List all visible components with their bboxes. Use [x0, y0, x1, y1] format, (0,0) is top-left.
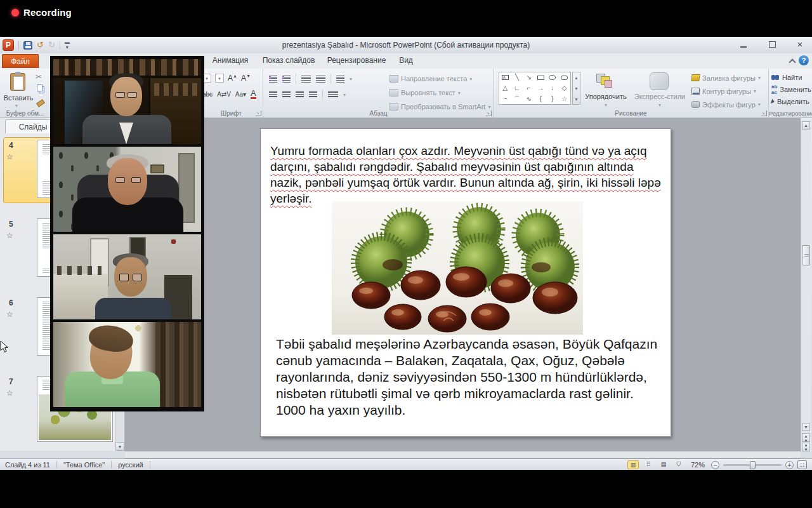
- format-painter-icon[interactable]: [36, 97, 44, 105]
- scroll-down-icon[interactable]: ▼: [802, 423, 810, 431]
- shape-effects-button[interactable]: Эффекты фигур▾: [691, 98, 761, 111]
- previous-slide-icon[interactable]: ▲▲: [802, 433, 810, 442]
- powerpoint-logo-icon[interactable]: P: [3, 39, 14, 51]
- collapse-ribbon-icon[interactable]: [789, 57, 795, 64]
- chestnut-photo[interactable]: [332, 201, 583, 335]
- arc-shape-icon[interactable]: ⌒: [514, 96, 520, 102]
- zoom-level[interactable]: 72%: [691, 461, 705, 469]
- fit-to-window-icon[interactable]: ⛶: [797, 460, 807, 469]
- align-text-button[interactable]: Выровнять текст▾: [390, 86, 490, 100]
- text-direction-button[interactable]: Направление текста▾: [390, 72, 490, 86]
- participant-2-video[interactable]: [53, 147, 201, 232]
- character-spacing-icon[interactable]: A⇄V: [217, 91, 231, 98]
- find-button[interactable]: Найти: [771, 72, 802, 83]
- save-icon[interactable]: [23, 41, 32, 50]
- tab-review[interactable]: Рецензирование: [324, 53, 390, 67]
- animation-star-icon[interactable]: ☆: [6, 152, 13, 161]
- change-case-icon[interactable]: Aa▾: [235, 91, 246, 98]
- cut-icon[interactable]: ✂: [36, 72, 42, 81]
- justify-icon[interactable]: [309, 91, 317, 98]
- theme-indicator[interactable]: "Тема Office": [63, 461, 105, 469]
- decrease-indent-icon[interactable]: [301, 76, 311, 83]
- slide-text-paragraph-2[interactable]: Təbii şabalıd meşələrinə Azərbaycanda əs…: [276, 336, 664, 418]
- shape-fill-button[interactable]: Заливка фигуры▾: [691, 71, 761, 84]
- tab-animation[interactable]: Анимация: [209, 53, 251, 67]
- shapes-scrollbar[interactable]: ▲▼▼: [572, 72, 580, 105]
- slideshow-view-icon[interactable]: ⛉: [673, 460, 684, 469]
- select-button[interactable]: Выделить▾: [771, 97, 812, 107]
- animation-star-icon[interactable]: ☆: [6, 310, 13, 319]
- animation-star-icon[interactable]: ☆: [6, 231, 13, 240]
- zoom-out-icon[interactable]: −: [711, 461, 719, 469]
- undo-icon[interactable]: ↺: [37, 41, 44, 50]
- shape-outline-button[interactable]: Контур фигуры▾: [691, 84, 761, 98]
- down-arrow-shape-icon[interactable]: ↓: [551, 85, 554, 91]
- align-left-icon[interactable]: [269, 91, 277, 98]
- text-box-shape-icon[interactable]: A: [502, 75, 509, 80]
- scrollbar-thumb[interactable]: [802, 245, 810, 265]
- participant-1-video[interactable]: [53, 59, 201, 144]
- vertical-scrollbar[interactable]: ▲ ▼ ▲▲ ▼▼: [801, 121, 811, 452]
- replace-button[interactable]: abac Заменить▾: [771, 84, 812, 95]
- elbow-shape-icon[interactable]: ∟: [514, 85, 520, 91]
- participant-3-video[interactable]: [53, 234, 201, 319]
- animation-star-icon[interactable]: ☆: [6, 389, 13, 398]
- drawing-dialog-launcher-icon[interactable]: ↘: [761, 110, 767, 116]
- rectangle-shape-icon[interactable]: [537, 76, 544, 80]
- next-slide-icon[interactable]: ▼▼: [802, 443, 810, 451]
- language-indicator[interactable]: русский: [118, 461, 143, 469]
- grow-font-icon[interactable]: A▲: [228, 74, 237, 83]
- curve-shape-icon[interactable]: ∿: [526, 96, 531, 102]
- zoom-slider[interactable]: [723, 464, 782, 466]
- oval-shape-icon[interactable]: [549, 75, 556, 80]
- right-arrow-shape-icon[interactable]: →: [537, 85, 544, 91]
- zoom-slider-handle[interactable]: [750, 461, 756, 469]
- triangle-shape-icon[interactable]: △: [502, 85, 508, 91]
- slide-text-paragraph-1[interactable]: Yumru formada olanları çox azdır. Meyvən…: [270, 143, 662, 206]
- customize-toolbar-icon[interactable]: ▬▾: [65, 40, 70, 50]
- help-icon[interactable]: ?: [799, 55, 809, 65]
- slide-4[interactable]: Yumru formada olanları çox azdır. Meyvən…: [260, 128, 671, 437]
- reading-view-icon[interactable]: ▤: [658, 460, 669, 469]
- blob-shape-icon[interactable]: ◇: [562, 85, 567, 91]
- align-center-icon[interactable]: [282, 91, 291, 98]
- tab-view[interactable]: Вид: [393, 53, 419, 67]
- arrange-icon[interactable]: [596, 74, 613, 89]
- redo-icon[interactable]: ↻: [48, 41, 55, 50]
- normal-view-icon[interactable]: ▥: [627, 460, 639, 469]
- font-dialog-launcher-icon[interactable]: ↘: [256, 110, 261, 116]
- minimize-button[interactable]: [738, 40, 750, 49]
- numbering-icon[interactable]: [282, 76, 291, 83]
- zoom-in-icon[interactable]: +: [785, 461, 794, 469]
- increase-indent-icon[interactable]: [316, 76, 325, 83]
- font-color-icon[interactable]: A: [251, 90, 256, 99]
- right-brace-shape-icon[interactable]: }: [551, 96, 553, 102]
- line-shape-icon[interactable]: ╲: [515, 74, 519, 81]
- shrink-font-icon[interactable]: A▼: [241, 74, 251, 83]
- elbow-arrow-shape-icon[interactable]: ⌐: [527, 85, 531, 91]
- tab-slideshow[interactable]: Показ слайдов: [258, 53, 320, 67]
- paste-button[interactable]: Вставить: [0, 94, 37, 102]
- quick-styles-icon[interactable]: [650, 72, 669, 90]
- paste-icon[interactable]: [10, 73, 25, 91]
- columns-icon[interactable]: [328, 91, 338, 98]
- scribble-shape-icon[interactable]: ~: [503, 96, 507, 102]
- arrow-shape-icon[interactable]: ↘: [526, 74, 531, 81]
- align-right-icon[interactable]: [296, 91, 304, 98]
- slides-panel-scroll-down-icon[interactable]: ▼: [115, 442, 124, 451]
- quick-styles-button[interactable]: Экспресс-стили▾: [631, 93, 689, 108]
- close-button[interactable]: ×: [794, 40, 806, 49]
- slide-sorter-view-icon[interactable]: ⠿: [643, 460, 654, 469]
- bullets-icon[interactable]: [269, 76, 277, 83]
- tab-file[interactable]: Файл: [2, 54, 39, 68]
- scroll-up-icon[interactable]: ▲: [802, 121, 810, 130]
- shapes-gallery[interactable]: A ╲ ↘ △ ∟ ⌐ → ↓ ◇ ~ ⌒ ∿ { }: [499, 72, 571, 105]
- restore-button[interactable]: [766, 40, 778, 49]
- notes-pane[interactable]: [125, 451, 801, 458]
- left-brace-shape-icon[interactable]: {: [540, 96, 542, 102]
- star-shape-icon[interactable]: ☆: [561, 96, 567, 102]
- line-spacing-icon[interactable]: [336, 76, 344, 83]
- paste-dropdown-icon[interactable]: ▾: [15, 103, 18, 109]
- copy-icon[interactable]: [37, 84, 43, 91]
- paragraph-dialog-launcher-icon[interactable]: ↘: [486, 110, 492, 116]
